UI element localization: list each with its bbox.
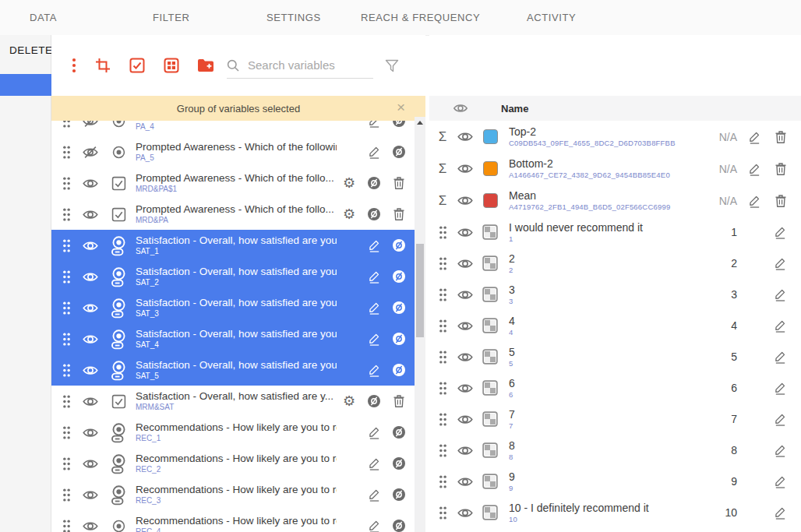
visibility-toggle-icon[interactable] xyxy=(82,520,99,532)
add-folder-icon[interactable] xyxy=(197,58,214,72)
checker-swatch-icon[interactable] xyxy=(482,474,498,489)
visibility-toggle-icon[interactable] xyxy=(456,195,475,206)
edit-icon[interactable] xyxy=(742,350,767,364)
edit-icon[interactable] xyxy=(742,256,767,270)
exclude-or-delete-icon[interactable] xyxy=(386,332,411,346)
visibility-toggle-icon[interactable] xyxy=(456,131,475,143)
7[interactable]: Σ 7 7 7 xyxy=(429,403,801,435)
search-input[interactable] xyxy=(246,58,372,72)
exclude-or-delete-icon[interactable] xyxy=(386,176,411,190)
variable-row[interactable]: Recommendations - How likely are you to … xyxy=(51,448,415,479)
Top-2[interactable]: Σ Top-2 C09DB543_09FE_4655_8DC2_D6D703B8… xyxy=(429,121,801,153)
edit-icon[interactable] xyxy=(742,130,767,144)
variable-row[interactable]: Satisfaction - Overall, how satisfied ar… xyxy=(51,292,415,323)
tab-activity[interactable]: ACTIVITY xyxy=(527,12,576,23)
close-icon[interactable]: × xyxy=(397,99,405,116)
exclude-or-delete-icon[interactable] xyxy=(386,394,411,408)
drag-handle-icon[interactable] xyxy=(61,270,72,284)
variable-row[interactable]: Satisfaction - Overall, how satisfied ar… xyxy=(51,323,415,354)
edit-icon[interactable] xyxy=(362,145,386,159)
settings-gear-icon[interactable]: ⚙ xyxy=(337,425,362,439)
edit-icon[interactable] xyxy=(362,238,386,252)
variable-row[interactable]: Satisfaction - Overall, how satisfied ar… xyxy=(51,261,415,292)
edit-icon[interactable] xyxy=(362,519,386,532)
variable-row[interactable]: Recommendations - How likely are you to … xyxy=(51,479,415,510)
edit-icon[interactable] xyxy=(742,474,767,488)
color-swatch[interactable] xyxy=(483,161,498,176)
edit-icon[interactable] xyxy=(742,443,767,457)
checkbox-tool-icon[interactable] xyxy=(129,58,145,73)
drag-handle-icon[interactable] xyxy=(61,457,72,470)
exclude-or-delete-icon[interactable] xyxy=(386,121,411,128)
visibility-toggle-icon[interactable] xyxy=(456,414,475,425)
visibility-toggle-icon[interactable] xyxy=(456,382,475,394)
edit-icon[interactable] xyxy=(742,381,767,395)
settings-gear-icon[interactable]: ⚙ xyxy=(337,301,362,315)
edit-or-delete-icon[interactable] xyxy=(767,130,793,144)
drag-handle-icon[interactable] xyxy=(439,226,447,239)
edit-or-delete-icon[interactable] xyxy=(767,474,793,488)
drag-handle-icon[interactable] xyxy=(439,351,447,364)
4[interactable]: Σ 4 4 4 xyxy=(429,310,801,341)
drag-handle-icon[interactable] xyxy=(439,382,447,395)
exclude-or-delete-icon[interactable] xyxy=(386,488,411,502)
drag-handle-icon[interactable] xyxy=(61,177,72,190)
edit-icon[interactable] xyxy=(362,176,386,190)
10 - I definitely recommend it[interactable]: Σ 10 - I definitely recommend it 10 10 xyxy=(429,497,801,528)
grid-tool-icon[interactable] xyxy=(164,58,179,73)
variable-row[interactable]: Satisfaction - Overall, how satisfied ar… xyxy=(51,354,415,386)
I would never recommend it[interactable]: Σ I would never recommend it 1 1 xyxy=(429,217,801,248)
exclude-or-delete-icon[interactable] xyxy=(386,207,411,221)
exclude-or-delete-icon[interactable] xyxy=(386,238,411,252)
edit-icon[interactable] xyxy=(742,225,767,239)
color-swatch[interactable] xyxy=(483,193,498,208)
edit-icon[interactable] xyxy=(742,412,767,426)
drag-handle-icon[interactable] xyxy=(439,288,447,301)
visibility-toggle-icon[interactable] xyxy=(82,302,99,314)
edit-icon[interactable] xyxy=(362,301,386,315)
kebab-menu-icon[interactable] xyxy=(72,58,76,73)
exclude-or-delete-icon[interactable] xyxy=(386,270,411,284)
edit-icon[interactable] xyxy=(742,287,767,301)
visibility-toggle-icon[interactable] xyxy=(456,445,475,456)
visibility-toggle-icon[interactable] xyxy=(82,489,99,501)
edit-icon[interactable] xyxy=(362,394,386,408)
edit-icon[interactable] xyxy=(362,425,386,439)
drag-handle-icon[interactable] xyxy=(61,364,72,377)
drag-handle-icon[interactable] xyxy=(61,395,72,408)
edit-or-delete-icon[interactable] xyxy=(767,381,793,395)
visibility-toggle-icon[interactable] xyxy=(82,240,99,252)
edit-or-delete-icon[interactable] xyxy=(767,350,793,364)
checker-swatch-icon[interactable] xyxy=(482,287,498,302)
settings-gear-icon[interactable]: ⚙ xyxy=(337,488,362,502)
edit-icon[interactable] xyxy=(742,506,767,520)
visibility-toggle-icon[interactable] xyxy=(82,271,99,283)
exclude-or-delete-icon[interactable] xyxy=(386,301,411,315)
edit-icon[interactable] xyxy=(362,270,386,284)
2[interactable]: Σ 2 2 2 xyxy=(429,248,801,279)
settings-gear-icon[interactable]: ⚙ xyxy=(337,456,362,470)
visibility-toggle-icon[interactable] xyxy=(456,351,475,363)
edit-icon[interactable] xyxy=(362,363,386,377)
crop-icon[interactable] xyxy=(95,58,111,73)
exclude-or-delete-icon[interactable] xyxy=(386,456,411,470)
edit-or-delete-icon[interactable] xyxy=(767,256,793,270)
variable-row[interactable]: Prompted Awareness - Which of the follow… xyxy=(51,136,415,167)
visibility-toggle-icon[interactable] xyxy=(82,458,99,470)
visibility-toggle-icon[interactable] xyxy=(82,209,99,220)
visibility-toggle-icon[interactable] xyxy=(456,507,475,519)
checker-swatch-icon[interactable] xyxy=(482,349,498,365)
filter-funnel-icon[interactable] xyxy=(385,59,399,72)
drag-handle-icon[interactable] xyxy=(61,488,72,502)
tab-settings[interactable]: SETTINGS xyxy=(266,12,321,23)
scroll-up-arrow[interactable] xyxy=(417,121,423,125)
visibility-toggle-icon[interactable] xyxy=(82,333,99,345)
drag-handle-icon[interactable] xyxy=(439,475,447,488)
drag-handle-icon[interactable] xyxy=(61,208,72,221)
visibility-toggle-icon[interactable] xyxy=(456,258,475,270)
settings-gear-icon[interactable]: ⚙ xyxy=(337,207,362,221)
Mean[interactable]: Σ Mean A4719762_2FB1_494B_B6D5_02F566CC6… xyxy=(429,185,801,217)
variable-row[interactable]: Recommendations - How likely are you to … xyxy=(51,417,415,448)
tab-reach-frequency[interactable]: REACH & FREQUENCY xyxy=(361,12,480,23)
visibility-toggle-icon[interactable] xyxy=(82,121,99,127)
